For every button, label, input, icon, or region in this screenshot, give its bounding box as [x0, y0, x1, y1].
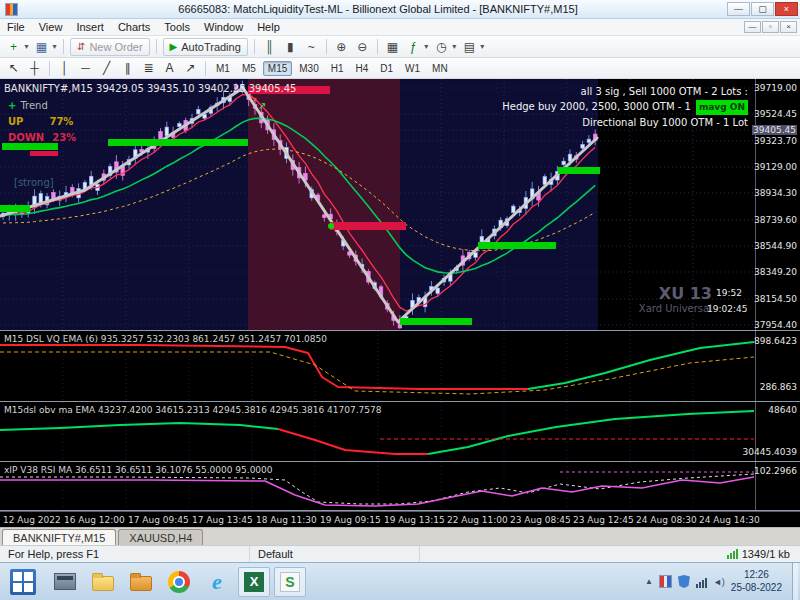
speaker-icon[interactable]: ◄): [713, 577, 725, 587]
new-order-button[interactable]: ⇵New Order: [70, 38, 150, 56]
security-shield-icon[interactable]: [678, 575, 690, 588]
tray-expand-icon[interactable]: ▲: [645, 577, 653, 586]
internet-explorer-icon[interactable]: e: [200, 566, 234, 598]
timeframe-w1[interactable]: W1: [400, 61, 425, 76]
menu-item-insert[interactable]: Insert: [69, 19, 111, 35]
new-chart-icon[interactable]: +: [4, 38, 23, 55]
toolbar-separator: [49, 61, 50, 76]
close-button[interactable]: ×: [775, 2, 798, 16]
maximize-button[interactable]: ▢: [751, 2, 774, 16]
timeframe-d1[interactable]: D1: [375, 61, 398, 76]
crosshair-icon[interactable]: ┼: [25, 60, 44, 77]
toolbar-separator: [205, 61, 206, 76]
minimize-button[interactable]: —: [727, 2, 750, 16]
mt4-tray-icon[interactable]: [659, 575, 672, 588]
excel-icon[interactable]: X: [238, 567, 270, 597]
start-button[interactable]: [0, 563, 46, 600]
pane-separator[interactable]: [0, 401, 800, 402]
menu-item-tools[interactable]: Tools: [157, 19, 197, 35]
time-axis[interactable]: 12 Aug 202216 Aug 12:0017 Aug 09:4517 Au…: [0, 511, 800, 527]
menu-item-view[interactable]: View: [32, 19, 70, 35]
text-label-icon[interactable]: A: [160, 60, 179, 77]
menu-item-help[interactable]: Help: [250, 19, 287, 35]
toolbar-separator: [63, 39, 64, 54]
timeframe-m30[interactable]: M30: [294, 61, 323, 76]
documents-folder-icon[interactable]: [124, 566, 158, 598]
chevron-down-icon[interactable]: ▾: [22, 38, 31, 55]
tab-banknifty-m15[interactable]: BANKNIFTY#,M15: [2, 529, 116, 545]
chrome-icon[interactable]: [162, 566, 196, 598]
chart-restore-button[interactable]: ▫: [762, 21, 779, 33]
toolbar-separator: [156, 39, 157, 54]
vertical-line-icon[interactable]: │: [55, 60, 74, 77]
up-value: 77%: [49, 116, 73, 127]
pane-separator[interactable]: [0, 330, 800, 331]
zoom-in-icon[interactable]: ⊕: [332, 38, 351, 55]
trendline-icon[interactable]: ╱: [97, 60, 116, 77]
file-explorer-icon[interactable]: [86, 566, 120, 598]
autotrading-button[interactable]: ▶AutoTrading: [163, 38, 248, 56]
price-label: 38739.60: [754, 215, 797, 225]
chevron-down-icon[interactable]: ▾: [422, 38, 431, 55]
horizontal-line-icon[interactable]: ─: [76, 60, 95, 77]
menu-item-window[interactable]: Window: [197, 19, 250, 35]
tab-xauusd-h4[interactable]: XAUUSD,H4: [118, 529, 203, 545]
time-label: 23 Aug 12:45: [573, 515, 634, 525]
up-label: UP: [8, 116, 23, 127]
chart-tab-bar: BANKNIFTY#,M15 XAUUSD,H4: [0, 527, 800, 545]
annotation-sell: all 3 sig , Sell 1000 OTM - 2 Lots :: [502, 84, 748, 99]
system-tray: ▲ ◄) 12:26 25-08-2022: [645, 563, 800, 600]
bar-chart-icon[interactable]: ║: [260, 38, 279, 55]
trend-text: Trend: [20, 100, 47, 111]
network-icon[interactable]: [696, 576, 707, 588]
clock-overlay-2: 19:02:45: [707, 304, 747, 314]
pane-separator[interactable]: [0, 461, 800, 462]
profiles-icon[interactable]: ▦: [32, 38, 51, 55]
autotrading-button-label: AutoTrading: [181, 41, 241, 53]
timeframe-mn[interactable]: MN: [427, 61, 453, 76]
show-desktop-button[interactable]: [792, 563, 798, 600]
zoom-out-icon[interactable]: ⊖: [353, 38, 372, 55]
time-label: 24 Aug 08:30: [636, 515, 697, 525]
watermark-title: XU 13: [639, 284, 712, 303]
status-profile[interactable]: Default: [250, 546, 420, 562]
indicators-icon[interactable]: ƒ: [404, 38, 423, 55]
taskbar-clock[interactable]: 12:26 25-08-2022: [731, 569, 782, 594]
candlestick-chart-icon[interactable]: ▮: [281, 38, 300, 55]
trading-app-icon: S: [280, 572, 300, 592]
pane-separator[interactable]: [0, 510, 800, 511]
price-label: 30445.4039: [743, 447, 797, 457]
chevron-down-icon[interactable]: ▾: [50, 38, 59, 55]
line-chart-icon[interactable]: ~: [302, 38, 321, 55]
chart-close-button[interactable]: ×: [780, 21, 797, 33]
fibonacci-icon[interactable]: ≣: [139, 60, 158, 77]
arrows-icon[interactable]: ↗: [181, 60, 200, 77]
menu-item-charts[interactable]: Charts: [111, 19, 157, 35]
menu-bar: FileViewInsertChartsToolsWindowHelp — ▫ …: [0, 19, 800, 36]
trend-up-stat: UP77%: [8, 116, 73, 127]
status-spacer: [420, 546, 719, 562]
chevron-down-icon[interactable]: ▾: [450, 38, 459, 55]
price-scale[interactable]: 39719.0039524.4539405.4539323.7039129.00…: [755, 79, 800, 511]
timeframe-h1[interactable]: H1: [326, 61, 349, 76]
timeframe-m1[interactable]: M1: [211, 61, 235, 76]
templates-icon[interactable]: ▤: [460, 38, 479, 55]
chart-minimize-button[interactable]: —: [744, 21, 761, 33]
chevron-down-icon[interactable]: ▾: [478, 38, 487, 55]
watermark-subtitle: Xard Universal: [639, 303, 712, 314]
title-bar: 66665083: MatchLiquidityTest-ML - Billio…: [0, 0, 800, 19]
cursor-icon[interactable]: ↖: [4, 60, 23, 77]
tile-windows-icon[interactable]: ▦: [383, 38, 402, 55]
menu-item-file[interactable]: File: [0, 19, 32, 35]
equidistant-channel-icon[interactable]: ∥: [118, 60, 137, 77]
trading-app-icon[interactable]: S: [274, 567, 306, 597]
server-manager-icon[interactable]: [48, 566, 82, 598]
trend-label: +Trend: [8, 100, 48, 111]
timeframe-m15[interactable]: M15: [263, 61, 292, 76]
periods-icon[interactable]: ◷: [432, 38, 451, 55]
time-label: 19 Aug 09:15: [320, 515, 381, 525]
timeframe-m5[interactable]: M5: [237, 61, 261, 76]
chart-region[interactable]: ↘↗ 39719.0039524.4539405.4539323.7039129…: [0, 79, 800, 527]
timeframe-h4[interactable]: H4: [351, 61, 374, 76]
trade-annotations: all 3 sig , Sell 1000 OTM - 2 Lots : Hed…: [502, 84, 748, 130]
